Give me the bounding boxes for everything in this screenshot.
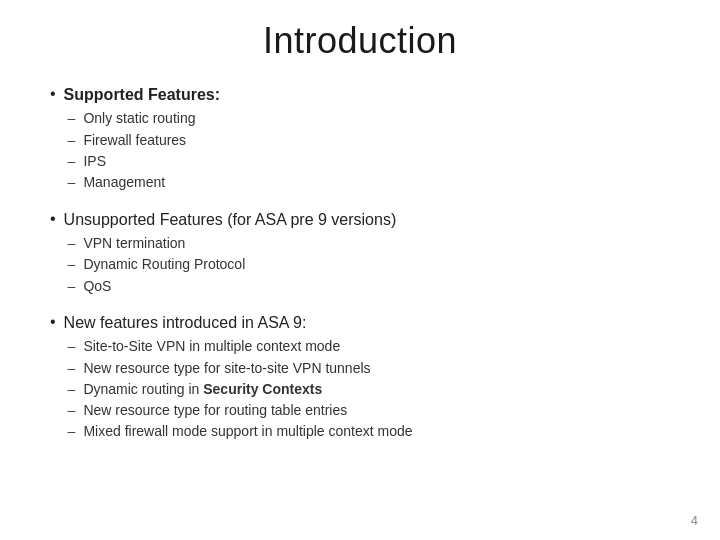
subitem-text: New resource type for routing table entr… (83, 400, 670, 420)
dash-icon: – (68, 400, 76, 420)
bullet-dot-1: • (50, 85, 56, 103)
subitem-text: Dynamic Routing Protocol (83, 254, 670, 274)
dash-icon: – (68, 379, 76, 399)
subitem-text: VPN termination (83, 233, 670, 253)
supported-content: Supported Features: – Only static routin… (64, 84, 670, 193)
subitem-text: Only static routing (83, 108, 670, 128)
dash-icon: – (68, 276, 76, 296)
section-new-features: • New features introduced in ASA 9: – Si… (50, 312, 670, 442)
list-item: – Dynamic routing in Security Contexts (68, 379, 670, 399)
section-supported: • Supported Features: – Only static rout… (50, 84, 670, 193)
list-item: – Firewall features (68, 130, 670, 150)
supported-sublist: – Only static routing – Firewall feature… (68, 108, 670, 192)
unsupported-content: Unsupported Features (for ASA pre 9 vers… (64, 209, 670, 296)
slide-title: Introduction (50, 20, 670, 62)
list-item: – IPS (68, 151, 670, 171)
dash-icon: – (68, 130, 76, 150)
new-features-sublist: – Site-to-Site VPN in multiple context m… (68, 336, 670, 441)
dash-icon: – (68, 233, 76, 253)
list-item: – Management (68, 172, 670, 192)
list-item: – New resource type for routing table en… (68, 400, 670, 420)
slide-content: • Supported Features: – Only static rout… (50, 84, 670, 520)
list-item: – VPN termination (68, 233, 670, 253)
dash-icon: – (68, 172, 76, 192)
list-item: – Site-to-Site VPN in multiple context m… (68, 336, 670, 356)
dash-icon: – (68, 358, 76, 378)
subitem-text: Dynamic routing in Security Contexts (83, 379, 670, 399)
dash-icon: – (68, 108, 76, 128)
section-unsupported: • Unsupported Features (for ASA pre 9 ve… (50, 209, 670, 296)
list-item: – QoS (68, 276, 670, 296)
bullet-dot-3: • (50, 313, 56, 331)
list-item: – Only static routing (68, 108, 670, 128)
dash-icon: – (68, 336, 76, 356)
slide: Introduction • Supported Features: – Onl… (0, 0, 720, 540)
list-item: – Dynamic Routing Protocol (68, 254, 670, 274)
dash-icon: – (68, 254, 76, 274)
page-number: 4 (691, 513, 698, 528)
new-features-label: New features introduced in ASA 9: (64, 312, 670, 334)
list-item: – Mixed firewall mode support in multipl… (68, 421, 670, 441)
bullet-dot-2: • (50, 210, 56, 228)
supported-label: Supported Features: (64, 84, 670, 106)
list-item: – New resource type for site-to-site VPN… (68, 358, 670, 378)
subitem-text: Firewall features (83, 130, 670, 150)
new-features-content: New features introduced in ASA 9: – Site… (64, 312, 670, 442)
unsupported-label: Unsupported Features (for ASA pre 9 vers… (64, 209, 670, 231)
subitem-text: New resource type for site-to-site VPN t… (83, 358, 670, 378)
subitem-text: Site-to-Site VPN in multiple context mod… (83, 336, 670, 356)
subitem-text: Management (83, 172, 670, 192)
subitem-text: IPS (83, 151, 670, 171)
subitem-text: Mixed firewall mode support in multiple … (83, 421, 670, 441)
dash-icon: – (68, 151, 76, 171)
unsupported-sublist: – VPN termination – Dynamic Routing Prot… (68, 233, 670, 296)
dash-icon: – (68, 421, 76, 441)
subitem-text: QoS (83, 276, 670, 296)
